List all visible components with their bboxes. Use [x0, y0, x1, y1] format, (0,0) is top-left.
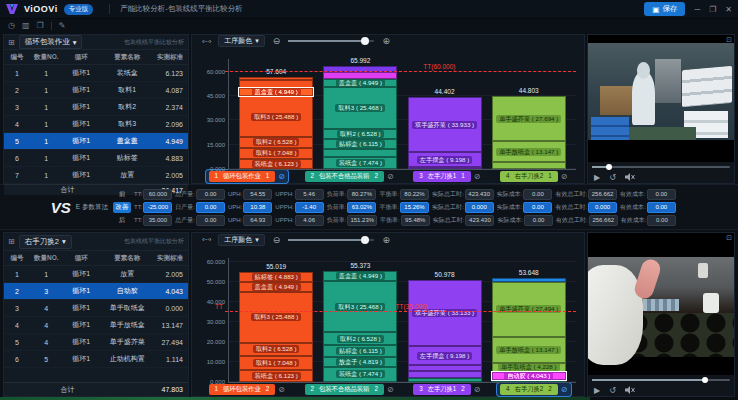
bar-segment[interactable]: 盖盒盖 ( 4.949 )	[323, 79, 397, 87]
bar-segment[interactable]: 取料2 ( 6.528 )	[323, 129, 397, 140]
table-row[interactable]: 21循环1取料14.087	[4, 82, 188, 99]
bar-segment[interactable]: 装纸盒 ( 6.123 )	[239, 159, 313, 169]
table-row[interactable]: 11循环1装纸盒6.123	[4, 65, 188, 82]
bar-segment[interactable]: 放盒子 ( 4.819 )	[323, 357, 397, 367]
no-schedule-icon[interactable]: ⊘	[387, 385, 394, 394]
bar-segment[interactable]: 取料3 ( 25.488 )	[239, 96, 313, 137]
table-row[interactable]: 23循环1自动胶4.043	[4, 283, 188, 300]
process-color-dropdown[interactable]: 工序颜色 ▾	[218, 35, 265, 47]
bar-segment[interactable]	[492, 162, 566, 169]
table-row[interactable]: 41循环1取料32.096	[4, 116, 188, 133]
bar-segment[interactable]: 单手放纸盒 ( 13.147 )	[492, 141, 566, 162]
no-schedule-icon[interactable]: ⊘	[278, 385, 285, 394]
no-schedule-icon[interactable]: ⊘	[278, 172, 285, 181]
bar-segment[interactable]: 取料3 ( 25.468 )	[323, 87, 397, 128]
zoom-slider[interactable]	[288, 239, 374, 241]
save-file-icon[interactable]: ▥	[22, 21, 30, 30]
station-pill[interactable]: 3左手刀换11⊘	[410, 170, 483, 183]
bar-segment[interactable]: 装纸盒 ( 6.123 )	[239, 370, 313, 382]
station-pill[interactable]: 3左手刀换12⊘	[410, 383, 483, 396]
bar-segment[interactable]: 盖盒盖 ( 4.949 )	[239, 88, 313, 96]
pan-icon[interactable]: ‹···›	[202, 235, 210, 244]
bar-segment[interactable]: 双手盛芥菜 ( 33.933 )	[408, 97, 482, 152]
zoom-in-button[interactable]: ⊕	[382, 36, 390, 46]
table-row[interactable]: 31循环1取料22.374	[4, 99, 188, 116]
table-row[interactable]: 51循环1盖盒盖4.949	[4, 133, 188, 150]
save-button[interactable]: ▣ 保存	[644, 2, 685, 16]
video-seekbar[interactable]	[588, 375, 734, 384]
station-pill[interactable]: 4右手刀换22⊘	[497, 383, 570, 396]
volume-icon[interactable]	[625, 386, 635, 394]
bar-segment[interactable]	[323, 149, 397, 157]
bar-segment[interactable]: 取料2 ( 6.528 )	[239, 343, 313, 356]
zoom-out-button[interactable]: ⊖	[273, 36, 281, 46]
bar-segment[interactable]	[323, 72, 397, 79]
pan-icon[interactable]: ‹···›	[202, 37, 210, 46]
bar-segment[interactable]: 自动胶 ( 4.043 )	[492, 372, 566, 380]
station-pill[interactable]: 2包装不合格品装箱2⊘	[302, 383, 397, 396]
bar-segment[interactable]: 单手放纸盒 ( 13.147 )	[492, 337, 566, 363]
no-schedule-icon[interactable]: ⊘	[561, 172, 568, 181]
bar-segment[interactable]	[492, 380, 566, 382]
bar-segment[interactable]: 左手摆盒 ( 9.198 )	[408, 152, 482, 167]
replay-icon[interactable]: ↺	[609, 173, 616, 182]
history-icon[interactable]: ◷	[8, 21, 15, 30]
job-dropdown[interactable]: 循环包装作业 ▾	[19, 35, 83, 49]
table-row[interactable]: 61循环1贴标签4.883	[4, 150, 188, 167]
no-schedule-icon[interactable]: ⊘	[474, 172, 481, 181]
bar-segment[interactable]: 贴标盒 ( 6.115 )	[323, 139, 397, 149]
video-player[interactable]: ⊡	[588, 35, 734, 162]
bar-segment[interactable]: 取料1 ( 7.048 )	[239, 148, 313, 159]
bar-segment[interactable]: 双手盛芥菜 ( 33.133 )	[408, 280, 482, 346]
no-schedule-icon[interactable]: ⊘	[387, 172, 394, 181]
bar-segment[interactable]: 单手取纸盒 ( 4.228 )	[492, 363, 566, 371]
zoom-out-button[interactable]: ⊖	[273, 235, 281, 245]
zoom-slider[interactable]	[288, 40, 374, 42]
station-pill[interactable]: 4右手刀换21⊘	[497, 170, 570, 183]
bar-segment[interactable]: 取料3 ( 25.468 )	[323, 281, 397, 332]
bar-segment[interactable]: 左手摆盒 ( 9.198 )	[408, 346, 482, 364]
seek-knob[interactable]	[702, 377, 708, 383]
process-color-dropdown[interactable]: 工序颜色 ▾	[218, 234, 265, 246]
close-button[interactable]: ✕	[725, 5, 732, 14]
table-row[interactable]: 65循环1止动机构置1.114	[4, 351, 188, 368]
zoom-in-button[interactable]: ⊕	[382, 235, 390, 245]
video-player[interactable]: ⊡	[588, 233, 734, 375]
station-pill[interactable]: 2包装不合格品装箱2⊘	[302, 170, 397, 183]
play-icon[interactable]: ▶	[594, 386, 600, 395]
volume-icon[interactable]	[625, 173, 635, 181]
edit-icon[interactable]: ✎	[59, 21, 66, 30]
play-icon[interactable]: ▶	[594, 173, 600, 182]
bar-segment[interactable]: 装纸盒 ( 7.474 )	[323, 367, 397, 382]
bar-segment[interactable]	[408, 378, 482, 382]
table-row[interactable]: 54循环1单手盛芥菜27.494	[4, 334, 188, 351]
expand-icon[interactable]: ⊡	[726, 234, 732, 242]
table-row[interactable]: 71循环1放置2.005	[4, 167, 188, 184]
slider-knob[interactable]	[361, 37, 369, 45]
slider-knob[interactable]	[361, 236, 369, 244]
video-seekbar[interactable]	[588, 162, 734, 171]
table-row[interactable]: 44循环1单手放纸盒13.147	[4, 317, 188, 334]
no-schedule-icon[interactable]: ⊘	[561, 385, 568, 394]
minimize-button[interactable]: ─	[694, 5, 700, 14]
bar-segment[interactable]	[239, 80, 313, 88]
bar-segment[interactable]: 盖盒盖 ( 4.949 )	[323, 271, 397, 281]
bar-segment[interactable]: 盖盒盖 ( 4.949 )	[239, 282, 313, 292]
expand-icon[interactable]: ⊡	[726, 36, 732, 44]
seek-knob[interactable]	[606, 164, 612, 170]
bar-segment[interactable]	[408, 167, 482, 169]
bar-segment[interactable]: 贴标签 ( 4.883 )	[239, 272, 313, 282]
bar-segment[interactable]: 贴标盒 ( 6.115 )	[323, 345, 397, 357]
bar-segment[interactable]: 取料1 ( 7.048 )	[239, 356, 313, 370]
replay-icon[interactable]: ↺	[609, 386, 616, 395]
bar-segment[interactable]: 单手盛芥菜 ( 27.494 )	[492, 282, 566, 337]
no-schedule-icon[interactable]: ⊘	[474, 385, 481, 394]
bar-segment[interactable]: 取料2 ( 6.528 )	[323, 332, 397, 345]
table-row[interactable]: 34循环1单手取纸盒0.000	[4, 300, 188, 317]
bar-segment[interactable]	[408, 371, 482, 378]
job-dropdown[interactable]: 右手刀换2 ▾	[19, 235, 72, 249]
bar-segment[interactable]: 取料2 ( 6.528 )	[239, 137, 313, 148]
bar-segment[interactable]: 取料3 ( 25.488 )	[239, 292, 313, 343]
maximize-button[interactable]: ❐	[709, 5, 716, 14]
bar-segment[interactable]: 单手盛芥菜 ( 27.694 )	[492, 96, 566, 141]
